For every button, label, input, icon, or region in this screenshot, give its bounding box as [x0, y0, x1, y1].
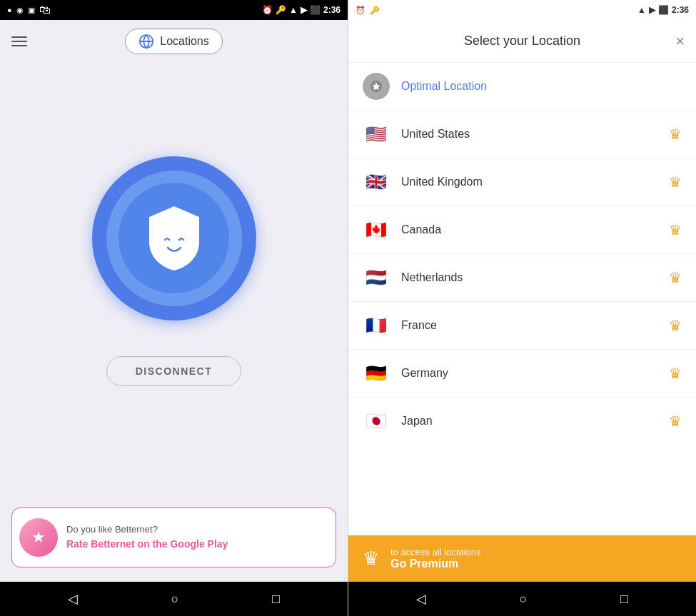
- location-item-us[interactable]: 🇺🇸 United States ♛: [348, 111, 696, 158]
- crown-uk: ♛: [669, 173, 682, 191]
- location-item-fr[interactable]: 🇫🇷 France ♛: [348, 302, 696, 350]
- disconnect-button[interactable]: DISCONNECT: [106, 356, 242, 386]
- location-item-optimal[interactable]: Optimal Location: [348, 63, 696, 111]
- nav-home-left[interactable]: ○: [157, 586, 193, 612]
- location-name-us: United States: [401, 128, 657, 141]
- shield-face-icon: [142, 203, 206, 274]
- location-item-uk[interactable]: 🇬🇧 United Kingdom ♛: [348, 158, 696, 206]
- flag-nl: 🇳🇱: [363, 264, 390, 291]
- location-name-nl: Netherlands: [401, 271, 657, 284]
- flag-de: 🇩🇪: [363, 360, 390, 387]
- premium-subtext: to access all locations: [390, 547, 480, 557]
- location-name-fr: France: [401, 319, 657, 332]
- right-header: Select your Location ×: [348, 20, 696, 63]
- rating-text: Do you like Betternet? Rate Betternet on…: [66, 524, 326, 550]
- crown-us: ♛: [669, 126, 682, 143]
- locations-button[interactable]: Locations: [125, 29, 223, 54]
- left-header: Locations: [0, 20, 348, 63]
- location-name-jp: Japan: [401, 415, 657, 428]
- status-bar-right: ⏰🔑 ▲▶⬛ 2:36: [348, 0, 696, 20]
- crown-de: ♛: [669, 365, 682, 382]
- rating-link[interactable]: Rate Betternet on the Google Play: [66, 537, 326, 550]
- location-item-ca[interactable]: 🇨🇦 Canada ♛: [348, 206, 696, 254]
- location-item-de[interactable]: 🇩🇪 Germany ♛: [348, 350, 696, 398]
- crown-nl: ♛: [669, 269, 682, 286]
- locations-button-label: Locations: [160, 35, 209, 48]
- nav-back-right[interactable]: ◁: [402, 585, 440, 612]
- status-bar-left: ●◉▣🛍 ⏰🔑▲▶⬛ 2:36: [0, 0, 348, 20]
- hamburger-menu[interactable]: [11, 36, 27, 46]
- shield-area: DISCONNECT: [0, 63, 348, 508]
- premium-banner[interactable]: ♛ to access all locations Go Premium: [348, 535, 696, 582]
- flag-us: 🇺🇸: [363, 121, 390, 148]
- premium-cta: Go Premium: [390, 557, 480, 570]
- location-item-jp[interactable]: 🇯🇵 Japan ♛: [348, 398, 696, 445]
- nav-square-left[interactable]: □: [258, 586, 294, 612]
- rating-banner[interactable]: Do you like Betternet? Rate Betternet on…: [11, 508, 336, 567]
- nav-bar-right: ◁ ○ □: [348, 582, 696, 616]
- close-button[interactable]: ×: [675, 34, 685, 49]
- crown-ca: ♛: [669, 221, 682, 238]
- location-name-de: Germany: [401, 367, 657, 380]
- flag-jp: 🇯🇵: [363, 408, 390, 435]
- time-display-right: 2:36: [672, 5, 689, 15]
- nav-bar-left: ◁ ○ □: [0, 582, 348, 616]
- optimal-icon: [363, 73, 390, 100]
- nav-back-left[interactable]: ◁: [54, 585, 92, 612]
- outer-circle: [92, 156, 256, 320]
- crown-jp: ♛: [669, 413, 682, 430]
- location-item-nl[interactable]: 🇳🇱 Netherlands ♛: [348, 254, 696, 302]
- flag-uk: 🇬🇧: [363, 168, 390, 196]
- flag-fr: 🇫🇷: [363, 312, 390, 339]
- rating-icon: [19, 518, 58, 557]
- time-display: 2:36: [323, 5, 341, 15]
- premium-text: to access all locations Go Premium: [390, 547, 480, 570]
- middle-circle: [106, 171, 242, 306]
- panel-title: Select your Location: [464, 34, 580, 49]
- nav-home-right[interactable]: ○: [505, 586, 542, 612]
- rating-question: Do you like Betternet?: [66, 524, 326, 535]
- location-name-uk: United Kingdom: [401, 176, 657, 188]
- nav-square-right[interactable]: □: [606, 586, 642, 612]
- flag-ca: 🇨🇦: [363, 216, 390, 243]
- location-list: Optimal Location 🇺🇸 United States ♛ 🇬🇧 U…: [348, 63, 696, 535]
- crown-fr: ♛: [669, 317, 682, 334]
- inner-circle: [118, 183, 229, 293]
- location-name-optimal: Optimal Location: [401, 80, 682, 93]
- location-name-ca: Canada: [401, 223, 657, 236]
- premium-crown-icon: ♛: [363, 547, 379, 570]
